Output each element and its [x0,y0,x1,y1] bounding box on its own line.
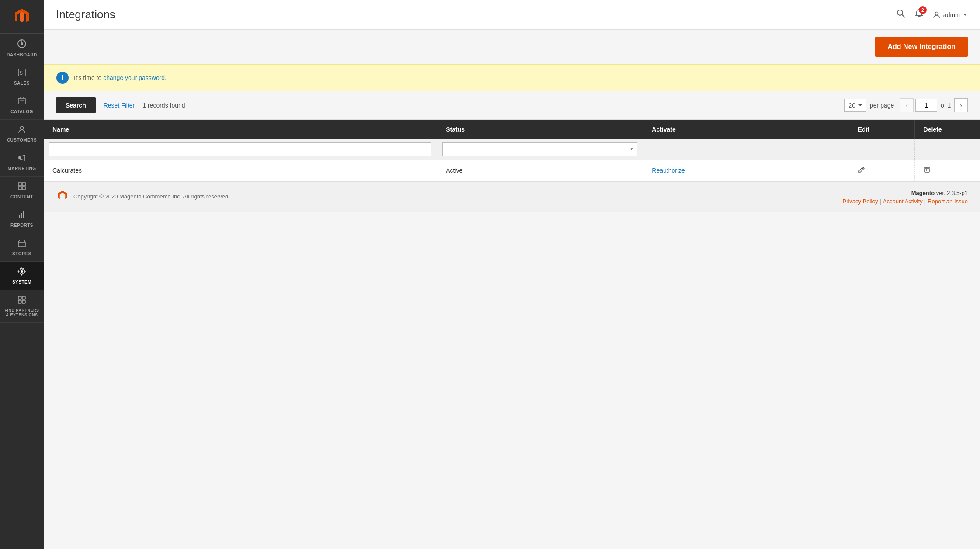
records-found: 1 records found [142,102,838,109]
sidebar-item-label: CATALOG [10,109,33,114]
system-icon [17,267,26,278]
page-header: Integrations 2 admin [44,0,980,30]
col-header-status: Status [437,120,643,139]
content-icon [17,182,26,193]
row-status: Active [437,160,643,181]
svg-rect-18 [19,215,20,218]
sidebar-item-find-partners[interactable]: FIND PARTNERS & EXTENSIONS [0,290,44,323]
sidebar-item-customers[interactable]: CUSTOMERS [0,120,44,148]
footer-left: Copyright © 2020 Magento Commerce Inc. A… [56,190,230,203]
report-issue-link[interactable]: Report an Issue [928,198,968,205]
sidebar-item-reports[interactable]: REPORTS [0,205,44,233]
sidebar-item-system[interactable]: SYSTEM [0,262,44,290]
change-password-link[interactable]: change your password. [103,74,167,81]
edit-button[interactable] [858,167,865,174]
table-header-row: Name Status Activate Edit Delete [44,120,980,139]
main-content: Integrations 2 admin [44,0,980,549]
per-page-select[interactable]: 20 [844,99,866,112]
footer-logo [56,190,69,203]
next-page-button[interactable]: › [954,98,968,112]
footer-links: Privacy Policy | Account Activity | Repo… [842,198,968,205]
svg-rect-19 [21,213,22,218]
sidebar-item-label: SALES [14,81,30,86]
sidebar-item-label: MARKETING [7,166,36,171]
notification-count: 2 [919,6,927,14]
sidebar-logo [0,0,44,34]
filter-status-cell: Active Inactive [437,139,643,160]
account-activity-link[interactable]: Account Activity [883,198,923,205]
svg-line-28 [902,15,905,18]
sidebar-item-label: CUSTOMERS [7,138,37,142]
svg-point-27 [897,10,903,15]
page-title: Integrations [56,8,115,21]
page-number-input[interactable]: 1 [915,99,937,112]
filter-name-input[interactable] [49,142,431,156]
pagination-controls: ‹ 1 of 1 › [900,98,968,112]
sidebar-item-sales[interactable]: $ SALES [0,63,44,91]
svg-point-22 [21,270,23,273]
dashboard-icon [17,39,27,51]
svg-rect-16 [18,187,21,190]
sidebar-item-label: DASHBOARD [7,52,37,57]
col-header-name: Name [44,120,437,139]
row-name: Calcurates [44,160,437,181]
svg-rect-8 [18,98,25,104]
stores-icon [17,239,26,250]
sidebar-item-catalog[interactable]: CATALOG [0,91,44,120]
svg-rect-26 [22,300,25,303]
svg-rect-13 [19,157,21,159]
page-of: of 1 [939,102,952,109]
filter-status-select[interactable]: Active Inactive [442,142,637,156]
svg-rect-25 [18,300,21,303]
grid-wrapper: Name Status Activate Edit Delete [44,120,980,181]
integrations-table: Name Status Activate Edit Delete [44,120,980,181]
footer-brand: Magento [911,190,935,196]
svg-rect-21 [18,242,25,247]
footer-version: Magento ver. 2.3.5-p1 [842,190,968,196]
notice-banner: i It's time to change your password. [44,64,980,91]
grid-controls: Search Reset Filter 1 records found 20 p… [44,91,980,120]
admin-user-menu[interactable]: admin [933,11,968,19]
notifications-button[interactable]: 2 [914,9,924,21]
privacy-policy-link[interactable]: Privacy Policy [842,198,878,205]
svg-rect-14 [18,183,21,186]
sidebar: DASHBOARD $ SALES CATALOG CUSTOMERS MARK… [0,0,44,549]
svg-point-29 [935,12,938,15]
svg-marker-2 [20,12,24,22]
sidebar-item-dashboard[interactable]: DASHBOARD [0,34,44,63]
sidebar-item-label: FIND PARTNERS & EXTENSIONS [3,308,41,317]
prev-page-button[interactable]: ‹ [900,98,914,112]
catalog-icon [17,97,26,108]
customers-icon [17,125,26,136]
notice-icon: i [56,72,69,84]
svg-point-12 [20,126,24,130]
main-body: Search Reset Filter 1 records found 20 p… [44,91,980,181]
search-button[interactable]: Search [56,97,96,113]
search-button[interactable] [896,9,906,21]
svg-point-4 [21,42,23,45]
svg-text:$: $ [20,70,23,76]
per-page-label: per page [870,102,894,109]
sales-icon: $ [17,68,26,79]
sidebar-item-label: STORES [12,251,31,256]
svg-rect-15 [22,183,25,186]
add-new-integration-button[interactable]: Add New Integration [875,37,968,57]
svg-rect-24 [22,296,25,299]
col-header-edit: Edit [849,120,914,139]
reports-icon [17,210,26,221]
footer-version-text: ver. 2.3.5-p1 [936,190,968,196]
sidebar-item-marketing[interactable]: MARKETING [0,148,44,177]
reauthorize-link[interactable]: Reauthorize [652,167,685,174]
admin-username: admin [943,11,960,18]
notice-prefix: It's time to [74,74,101,81]
header-actions: 2 admin [896,9,968,21]
sidebar-item-content[interactable]: CONTENT [0,177,44,205]
svg-marker-37 [58,191,67,199]
col-header-activate: Activate [643,120,849,139]
reset-filter-button[interactable]: Reset Filter [102,97,137,113]
delete-button[interactable] [924,167,931,174]
sidebar-item-label: CONTENT [10,195,33,199]
table-row: Calcurates Active Reauthorize [44,160,980,181]
per-page-controls: 20 per page [844,99,894,112]
sidebar-item-stores[interactable]: STORES [0,233,44,262]
